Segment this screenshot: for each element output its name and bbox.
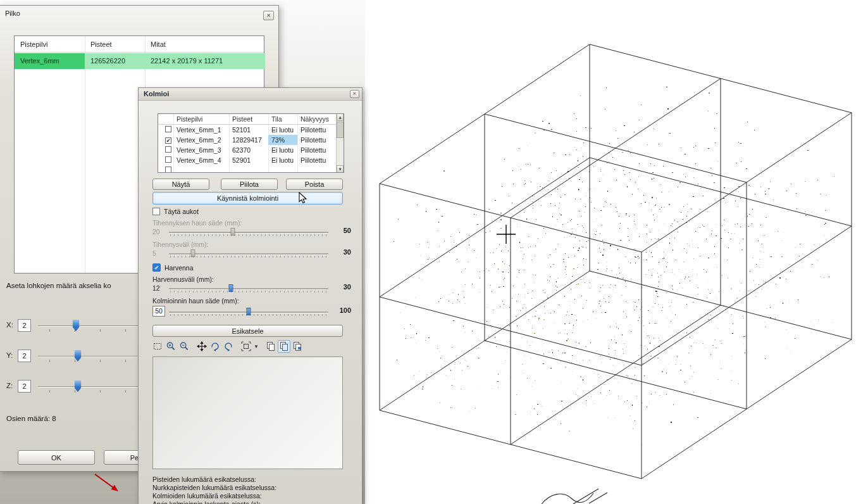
slider-track [169,232,328,233]
cell-mitat: 22142 x 20179 x 11271 [145,53,265,69]
slider-thumb[interactable] [247,308,251,315]
z-axis-label: Z: [6,382,13,389]
stat-points-label: Pisteiden lukumäärä esikatselussa: [152,476,256,483]
row-checkbox[interactable] [165,167,171,173]
slider-thumb[interactable] [190,249,195,257]
densify-radius-label: Tihennyksen haun säde (mm): [152,219,242,227]
fill-holes-label: Täytä aukot [164,208,199,215]
column-header-mitat[interactable]: Mitat [145,36,265,52]
cell-name: Vertex_6mm_2 [173,135,229,145]
z-value-box[interactable]: 2 [18,380,31,393]
kolmioi-dialog: Kolmioi ✕ Pistepilvi Pisteet Tila Näkyvy… [138,87,363,504]
cell-pistepilvi: Vertex_6mm [15,53,85,69]
slider-max-value: 50 [331,227,351,234]
table-row[interactable]: Vertex_6mm_1 52101 Ei luotu Piilotettu [158,125,336,135]
hide-button[interactable]: Piilota [221,179,278,190]
fill-holes-checkbox[interactable] [152,208,160,215]
zoom-out-icon[interactable] [178,340,190,353]
check-icon: ✔ [154,265,159,271]
x-axis-label: X: [6,321,13,329]
column-header-pistepilvi[interactable]: Pistepilvi [15,36,85,52]
column-header-pisteet[interactable]: Pisteet [85,36,145,52]
scroll-down-icon[interactable]: ▼ [337,165,344,173]
slider-thumb[interactable] [230,228,235,236]
thinning-interval-label: Harvennusväli (mm): [152,275,214,283]
pan-icon[interactable] [195,340,208,353]
x-value-box[interactable]: 2 [18,319,31,332]
row-checkbox[interactable] [165,126,171,132]
ok-button[interactable]: OK [18,450,95,465]
kolmioi-close-button[interactable]: ✕ [350,90,359,98]
slider-value-box[interactable]: 50 [152,306,165,317]
cell-name: Vertex_6mm_4 [173,155,229,165]
blocks-per-axis-label: Aseta lohkojen määrä akselia ko [6,282,111,289]
densify-interval-slider[interactable] [169,249,328,259]
cell-visibility: Piilotettu [297,125,337,135]
thin-out-label: Harvenna [164,264,194,272]
thinning-interval-slider-row: 12 30 [152,284,350,294]
copy-page-icon[interactable] [264,340,277,353]
select-rect-icon[interactable] [151,340,164,353]
row-checkbox[interactable] [165,146,171,153]
close-icon: ✕ [353,91,357,96]
preview-toolbar: ▾ [151,339,304,353]
export-page-icon[interactable] [291,340,304,353]
kolmioi-titlebar[interactable]: Kolmioi ✕ [139,88,362,101]
table-row[interactable]: Vertex_6mm_3 62370 Ei luotu Piilotettu [158,145,336,155]
thin-out-checkbox[interactable]: ✔ [152,263,161,272]
cell-visibility: Piilotettu [297,155,337,165]
show-button[interactable]: Näytä [152,179,209,190]
triangulation-preview-area[interactable] [152,356,343,469]
zoom-fit-icon[interactable] [240,340,252,353]
cell-state-progress: 73% [268,135,297,145]
densify-radius-slider[interactable] [169,228,328,237]
stat-time-estimate-label: Arvio kolmioinnin laskenta-ajasta (s): [152,500,261,504]
triangulation-radius-label: Kolmioinnin haun säde (mm): [152,297,239,305]
column-header-tila[interactable]: Tila [268,114,297,124]
rotate-cw-icon[interactable] [209,340,221,353]
densify-interval-label: Tihennysväli (mm): [152,241,208,248]
pilko-close-button[interactable]: ✕ [263,11,274,20]
start-triangulation-button[interactable]: Käynnistä kolmiointi [152,192,343,205]
scrollbar-thumb[interactable] [337,122,344,138]
slider-thumb[interactable] [229,284,233,292]
table-scrollbar[interactable]: ▲ ▼ [336,114,344,172]
slider-ticks [170,234,327,236]
table-row-partial[interactable] [158,165,336,173]
cell-state: Ei luotu [268,125,297,135]
cell-name: Vertex_6mm_1 [173,125,229,135]
y-value-box[interactable]: 2 [18,350,31,362]
rotate-ccw-icon[interactable] [222,340,235,353]
slider-min-value: 20 [152,228,166,236]
slider-track [169,288,328,289]
cell-state: Ei luotu [268,145,297,155]
column-header-pistepilvi[interactable]: Pistepilvi [173,114,229,124]
densify-radius-slider-row: 20 50 [152,228,350,237]
remove-button[interactable]: Poista [286,179,343,190]
slider-min-value: 5 [152,249,166,257]
thinning-interval-slider[interactable] [169,284,328,294]
column-header-pisteet[interactable]: Pisteet [229,114,268,124]
chevron-down-icon[interactable]: ▾ [253,340,259,353]
cell-points: 52101 [229,125,268,135]
zoom-in-icon[interactable] [164,340,177,353]
parts-count-label: Osien määrä: 8 [6,415,56,422]
table-row-selected[interactable]: Vertex_6mm 126526220 22142 x 20179 x 112… [15,53,264,69]
cell-name: Vertex_6mm_3 [173,145,229,155]
copy-page-selected-icon[interactable] [278,340,290,353]
pilko-dialog-title: Pilko [5,9,20,17]
scroll-up-icon[interactable]: ▲ [337,113,344,121]
table-row[interactable]: Vertex_6mm_4 52901 Ei luotu Piilotettu [158,155,336,165]
table-row[interactable]: ✔ Vertex_6mm_2 12829417 73% Piilotettu [158,135,336,145]
row-checkbox[interactable] [165,156,171,163]
cell-points: 52901 [229,155,268,165]
stat-corner-points-label: Nurkkapisteiden lukumäärä esikatselussa: [152,484,276,491]
triangulation-radius-slider-row: 50 100 [152,308,350,317]
cell-state: Ei luotu [268,155,297,165]
preview-button[interactable]: Esikatsele [152,325,343,337]
cell-visibility: Piilotettu [297,145,337,155]
column-header-nakyvyys[interactable]: Näkyvyys [297,114,337,124]
triangulation-radius-slider[interactable] [169,308,328,317]
application-screen: Pilko ✕ Pistepilvi Pisteet Mitat Vertex_… [0,0,868,504]
row-checkbox-checked[interactable]: ✔ [165,137,171,144]
